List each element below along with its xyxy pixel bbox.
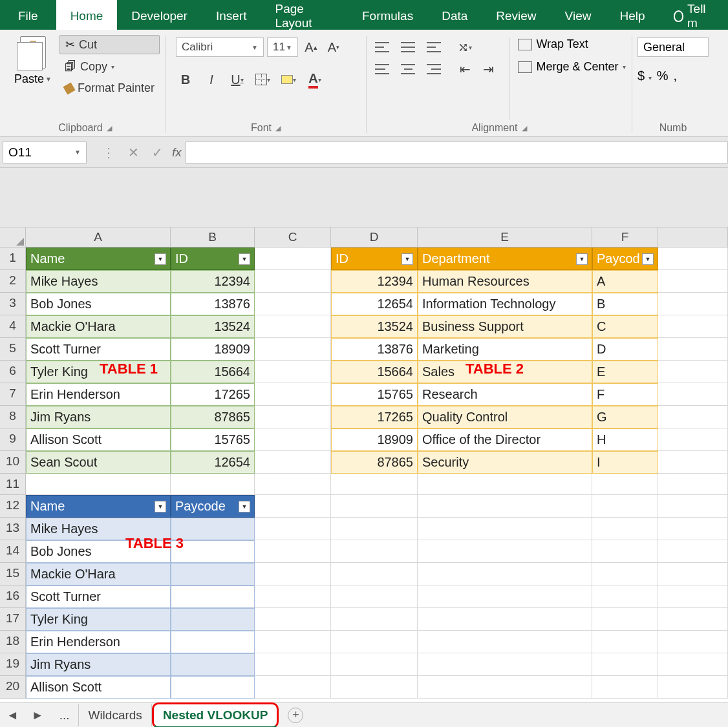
cell[interactable] (592, 585, 658, 608)
row-header-20[interactable]: 20 (0, 676, 26, 699)
cell[interactable] (418, 518, 592, 540)
row-header-12[interactable]: 12 (0, 495, 26, 518)
fx-options-icon[interactable]: ⋮ (102, 145, 115, 160)
row-header-13[interactable]: 13 (0, 518, 26, 540)
cell[interactable] (26, 474, 171, 495)
table2-id[interactable]: 87865 (331, 451, 418, 474)
table1-id[interactable]: 18909 (171, 338, 255, 361)
row-header-3[interactable]: 3 (0, 293, 26, 315)
new-sheet-button[interactable]: + (288, 708, 303, 723)
comma-button[interactable]: , (673, 68, 677, 83)
cell[interactable] (658, 451, 728, 474)
enter-icon[interactable]: ✓ (152, 145, 163, 160)
col-header-B[interactable]: B (171, 227, 255, 248)
table2-id[interactable]: 18909 (331, 428, 418, 451)
filter-icon[interactable]: ▼ (155, 501, 166, 512)
worksheet-grid[interactable]: ABCDEF1Name▼ID▼ID▼Department▼Paycod▼2Mik… (0, 227, 728, 699)
cell[interactable] (255, 608, 331, 631)
dialog-launcher-icon[interactable]: ◢ (275, 124, 281, 132)
cell[interactable] (658, 540, 728, 563)
cell[interactable] (255, 315, 331, 338)
cell[interactable] (658, 653, 728, 676)
cancel-icon[interactable]: ✕ (128, 145, 139, 160)
row-header-7[interactable]: 7 (0, 383, 26, 406)
cell[interactable] (255, 361, 331, 383)
row-header-14[interactable]: 14 (0, 540, 26, 563)
table2-dept[interactable]: Office of the Director (418, 428, 592, 451)
cell[interactable] (658, 585, 728, 608)
filter-icon[interactable]: ▼ (239, 253, 250, 265)
tab-home[interactable]: Home (56, 0, 118, 30)
table1-id[interactable]: 12654 (171, 451, 255, 474)
table2-paycode[interactable]: D (592, 338, 658, 361)
table2-dept[interactable]: Quality Control (418, 406, 592, 428)
table2-paycode[interactable]: A (592, 270, 658, 293)
cell[interactable] (592, 608, 658, 631)
tab-data[interactable]: Data (427, 0, 482, 30)
cell[interactable] (255, 518, 331, 540)
table2-paycode[interactable]: G (592, 406, 658, 428)
filter-icon[interactable]: ▼ (576, 253, 588, 265)
table1-name[interactable]: Allison Scott (26, 428, 171, 451)
cell[interactable] (331, 540, 418, 563)
sheet-nav-prev[interactable]: ◄ (0, 708, 25, 722)
tab-insert[interactable]: Insert (202, 0, 261, 30)
cell[interactable] (255, 428, 331, 451)
row-header-15[interactable]: 15 (0, 563, 26, 585)
cell[interactable] (658, 383, 728, 406)
table2-header-id[interactable]: ID▼ (331, 248, 418, 270)
row-header-9[interactable]: 9 (0, 428, 26, 451)
fill-color-button[interactable]: ▾ (279, 70, 299, 89)
table3-paycode[interactable] (171, 540, 255, 563)
table3-name[interactable]: Jim Ryans (26, 653, 171, 676)
select-all-corner[interactable] (0, 227, 26, 248)
cell[interactable] (255, 293, 331, 315)
cell[interactable] (418, 540, 592, 563)
col-header-D[interactable]: D (331, 227, 418, 248)
cell[interactable] (418, 474, 592, 495)
table1-id[interactable]: 15664 (171, 361, 255, 383)
cell[interactable] (592, 563, 658, 585)
cell[interactable] (255, 474, 331, 495)
table2-id[interactable]: 17265 (331, 406, 418, 428)
cell[interactable] (255, 248, 331, 270)
table1-header-id[interactable]: ID▼ (171, 248, 255, 270)
cell[interactable] (658, 608, 728, 631)
align-bottom-icon[interactable] (424, 37, 444, 57)
row-header-5[interactable]: 5 (0, 338, 26, 361)
align-right-icon[interactable] (424, 59, 444, 79)
cell[interactable] (592, 631, 658, 653)
table3-name[interactable]: Scott Turner (26, 585, 171, 608)
cell[interactable] (658, 361, 728, 383)
table3-paycode[interactable] (171, 653, 255, 676)
table2-header-dept[interactable]: Department▼ (418, 248, 592, 270)
table2-id[interactable]: 13524 (331, 315, 418, 338)
dialog-launcher-icon[interactable]: ◢ (107, 124, 112, 132)
cell[interactable] (331, 653, 418, 676)
borders-button[interactable]: ▾ (253, 70, 273, 89)
cell[interactable] (658, 293, 728, 315)
percent-button[interactable]: % (657, 68, 669, 83)
paste-button[interactable]: Paste▼ (10, 34, 56, 120)
table3-paycode[interactable] (171, 608, 255, 631)
table3-header-name[interactable]: Name▼ (26, 495, 171, 518)
table3-name[interactable]: Erin Henderson (26, 631, 171, 653)
row-header-17[interactable]: 17 (0, 608, 26, 631)
table3-name[interactable]: Allison Scott (26, 676, 171, 699)
table2-dept[interactable]: Information Technology (418, 293, 592, 315)
number-format-select[interactable]: General (637, 37, 709, 57)
tab-review[interactable]: Review (482, 0, 550, 30)
bold-button[interactable]: B (176, 70, 195, 89)
cell[interactable] (658, 474, 728, 495)
cell[interactable] (658, 676, 728, 699)
orientation-button[interactable]: ⤭ ▾ (455, 37, 475, 57)
table2-paycode[interactable]: E (592, 361, 658, 383)
increase-indent-icon[interactable]: ⇥ (478, 59, 498, 79)
cell[interactable] (418, 585, 592, 608)
cell[interactable] (658, 406, 728, 428)
table1-id[interactable]: 13876 (171, 293, 255, 315)
cell[interactable] (658, 518, 728, 540)
col-header-E[interactable]: E (418, 227, 592, 248)
table2-paycode[interactable]: F (592, 383, 658, 406)
table1-id[interactable]: 12394 (171, 270, 255, 293)
